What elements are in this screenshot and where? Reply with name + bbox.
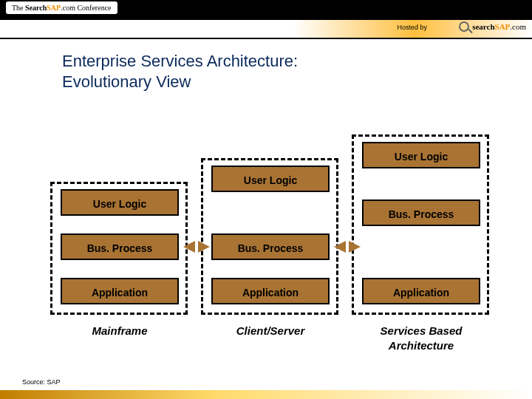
sponsor-logo-text: searchSAP.com: [472, 22, 526, 31]
box-busprocess-col2: Bus. Process: [211, 233, 330, 260]
title-line-1: Enterprise Services Architecture:: [62, 52, 298, 70]
box-busprocess-col3: Bus. Process: [362, 200, 480, 226]
arrow-pair-1-2: [183, 232, 210, 262]
column-label-clientserver: Client/Server: [197, 324, 344, 338]
badge-search: Search: [25, 4, 47, 12]
box-application-col1: Application: [61, 278, 179, 304]
logo-sap: SAP: [495, 22, 511, 31]
title-line-2: Evolutionary View: [62, 72, 191, 91]
arrow-left-icon: [183, 241, 195, 253]
conference-badge: The SearchSAP.com Conference: [6, 1, 117, 14]
architecture-diagram: User Logic Bus. Process Application User…: [0, 127, 532, 356]
box-userlogic-col2: User Logic: [211, 166, 330, 192]
column-label-services: Services Based Architecture: [347, 324, 495, 353]
box-userlogic-col1: User Logic: [61, 189, 179, 216]
source-attribution: Source: SAP: [22, 378, 61, 386]
hosted-by-label: Hosted by: [397, 24, 427, 31]
header-band: Hosted by searchSAP.com: [0, 20, 532, 38]
top-bar: The SearchSAP.com Conference: [0, 0, 532, 16]
column-label-mainframe: Mainframe: [46, 324, 194, 338]
badge-suffix: .com Conference: [61, 4, 111, 12]
search-icon: [459, 21, 469, 32]
column-label-services-line2: Architecture: [389, 339, 454, 352]
logo-search: search: [472, 22, 494, 31]
arrow-pair-2-3: [334, 232, 361, 262]
box-application-col3: Application: [362, 278, 480, 304]
arrow-right-icon: [349, 241, 361, 253]
box-application-col2: Application: [211, 278, 330, 304]
badge-prefix: The: [12, 4, 25, 12]
arrow-right-icon: [198, 241, 210, 253]
footer-band: [0, 390, 532, 399]
header-rule: [0, 38, 532, 39]
slide-title: Enterprise Services Architecture: Evolut…: [62, 51, 532, 92]
column-label-services-line1: Services Based: [381, 324, 463, 337]
logo-suffix: .com: [510, 22, 526, 31]
box-userlogic-col3: User Logic: [362, 142, 480, 168]
box-busprocess-col1: Bus. Process: [61, 233, 179, 260]
sponsor-logo: searchSAP.com: [459, 21, 526, 32]
arrow-left-icon: [334, 241, 346, 253]
badge-sap: SAP: [47, 4, 61, 12]
